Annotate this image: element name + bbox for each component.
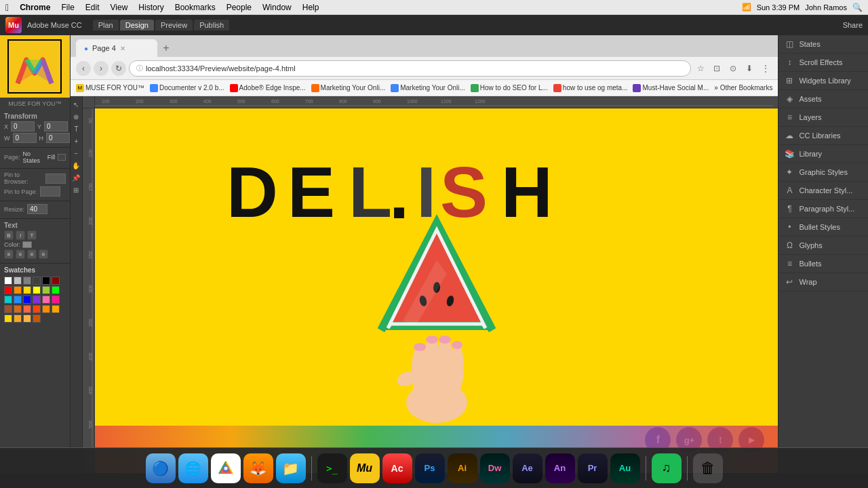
menu-history[interactable]: History — [138, 3, 163, 12]
crop-tool[interactable]: ⊕ — [71, 111, 81, 122]
menu-edit[interactable]: Edit — [85, 3, 100, 12]
x-input[interactable] — [11, 121, 35, 131]
bookmark-og[interactable]: how to use og meta... — [553, 84, 628, 92]
dock-files[interactable]: 📁 — [276, 453, 306, 483]
swatch-gold[interactable] — [23, 286, 31, 294]
swatch-orange[interactable] — [14, 286, 22, 294]
back-button[interactable]: ‹ — [76, 61, 91, 76]
panel-widgets-library[interactable]: ⊞ Widgets Library — [778, 72, 868, 90]
tab-preview[interactable]: Preview — [155, 20, 193, 30]
swatch-dodgerblue[interactable] — [14, 296, 22, 304]
text-style-btn-2[interactable]: I — [16, 230, 25, 240]
bookmark-adobe[interactable]: Adobe® Edge Inspe... — [230, 84, 306, 92]
panel-scroll-effects[interactable]: ↕ Scroll Effects — [778, 54, 868, 72]
swatch-gold2[interactable] — [4, 314, 12, 323]
select-tool[interactable]: ↖ — [71, 99, 81, 110]
panel-library[interactable]: 📚 Library — [778, 145, 868, 163]
dock-dreamweaver[interactable]: Dw — [480, 453, 510, 483]
address-bar[interactable]: ⓘ localhost:33334/Preview/website/page-4… — [129, 60, 692, 77]
panel-glyphs[interactable]: Ω Glyphs — [778, 237, 868, 255]
resize-input[interactable] — [27, 204, 47, 214]
dock-trash[interactable]: 🗑 — [693, 453, 723, 483]
bookmark-marketing1[interactable]: Marketing Your Onli... — [311, 84, 386, 92]
menu-view[interactable]: View — [111, 3, 128, 12]
swatch-orange2[interactable] — [52, 305, 60, 313]
dock-terminal[interactable]: >_ — [317, 453, 347, 483]
swatch-amber[interactable] — [14, 314, 22, 323]
align-center-btn[interactable]: ≡ — [16, 249, 25, 259]
dock-firefox[interactable]: 🦊 — [243, 453, 273, 483]
swatch-white[interactable] — [4, 277, 12, 285]
search-icon[interactable]: 🔍 — [852, 3, 863, 12]
swatch-darkorange[interactable] — [42, 305, 50, 313]
history-button[interactable]: ⊙ — [726, 62, 740, 75]
swatch-burnt-orange[interactable] — [33, 314, 41, 323]
tab-plan[interactable]: Plan — [93, 20, 119, 30]
swatch-gray[interactable] — [23, 277, 31, 285]
swatch-silver[interactable] — [14, 277, 22, 285]
swatch-peach[interactable] — [23, 314, 31, 323]
bookmark-documenter[interactable]: Documenter v 2.0 b... — [150, 84, 224, 92]
browser-tab-active[interactable]: ● Page 4 ✕ — [76, 39, 157, 57]
widget-tool[interactable]: ⊞ — [71, 184, 81, 195]
hand-tool[interactable]: ✋ — [71, 160, 81, 171]
bookmark-marketing2[interactable]: Marketing Your Onli... — [391, 84, 465, 92]
dock-after-effects[interactable]: Ae — [513, 453, 542, 483]
dock-muse[interactable]: Mu — [350, 453, 380, 483]
dock-acrobat[interactable]: Ac — [382, 453, 412, 483]
text-style-btn-3[interactable]: T — [27, 230, 37, 240]
swatch-hotpink[interactable] — [42, 296, 50, 304]
tab-close-button[interactable]: ✕ — [120, 45, 125, 52]
swatch-blue[interactable] — [23, 296, 31, 304]
menu-window[interactable]: Window — [262, 3, 292, 12]
zoom-in-tool[interactable]: + — [71, 136, 81, 146]
swatch-red[interactable] — [4, 286, 12, 294]
swatch-darkgray[interactable] — [33, 277, 41, 285]
swatch-black[interactable] — [42, 277, 50, 285]
forward-button[interactable]: › — [94, 61, 108, 76]
swatch-tomato[interactable] — [23, 305, 31, 313]
apple-menu[interactable]:  — [5, 2, 9, 13]
bookmark-other[interactable]: » Other Bookmarks — [714, 84, 772, 92]
bookmark-seo[interactable]: How to do SEO for L... — [471, 84, 548, 92]
panel-cc-libraries[interactable]: ☁ CC Libraries — [778, 127, 868, 145]
h-input[interactable] — [46, 133, 70, 143]
swatch-yellow[interactable] — [33, 286, 41, 294]
panel-assets[interactable]: ◈ Assets — [778, 90, 868, 108]
pin-tool[interactable]: 📌 — [71, 172, 81, 183]
bookmark-social[interactable]: Must-Have Social M... — [633, 84, 709, 92]
tab-design[interactable]: Design — [120, 20, 154, 30]
dock-photoshop[interactable]: Ps — [415, 453, 445, 483]
new-tab-button[interactable]: + — [157, 39, 175, 57]
dock-spotify[interactable]: ♫ — [652, 453, 682, 483]
panel-paragraph-styles[interactable]: ¶ Paragraph Styl... — [778, 200, 868, 218]
swatch-teal[interactable] — [4, 296, 12, 304]
swatch-violet[interactable] — [33, 296, 41, 304]
bookmark-muse[interactable]: M MUSE FOR YOU™ — [76, 84, 144, 92]
text-style-btn-1[interactable]: B — [4, 230, 14, 240]
menu-people[interactable]: People — [226, 3, 252, 12]
refresh-button[interactable]: ↻ — [111, 61, 126, 76]
menu-chrome[interactable]: Chrome — [20, 3, 50, 12]
align-justify-btn[interactable]: ≡ — [39, 249, 48, 259]
y-input[interactable] — [44, 121, 68, 131]
swatch-darkred[interactable] — [52, 277, 60, 285]
text-tool[interactable]: T — [71, 123, 81, 134]
text-color-swatch[interactable] — [22, 241, 32, 248]
w-input[interactable] — [13, 133, 37, 143]
align-right-btn[interactable]: ≡ — [27, 249, 37, 259]
dock-premiere[interactable]: Pr — [578, 453, 608, 483]
download-button[interactable]: ⬇ — [743, 62, 756, 75]
pin-browser-input[interactable] — [45, 174, 66, 184]
menu-bookmarks[interactable]: Bookmarks — [175, 3, 216, 12]
dock-chrome[interactable] — [211, 453, 241, 483]
cast-button[interactable]: ⊡ — [710, 62, 724, 75]
dock-audition[interactable]: Au — [610, 453, 640, 483]
swatch-chocolate[interactable] — [14, 305, 22, 313]
swatch-sienna[interactable] — [4, 305, 12, 313]
panel-layers[interactable]: ≡ Layers — [778, 108, 868, 127]
wifi-icon[interactable]: 📶 — [742, 3, 751, 12]
panel-states[interactable]: ◫ States — [778, 35, 868, 54]
share-button[interactable]: Share — [843, 21, 863, 29]
panel-graphic-styles[interactable]: ✦ Graphic Styles — [778, 163, 868, 182]
